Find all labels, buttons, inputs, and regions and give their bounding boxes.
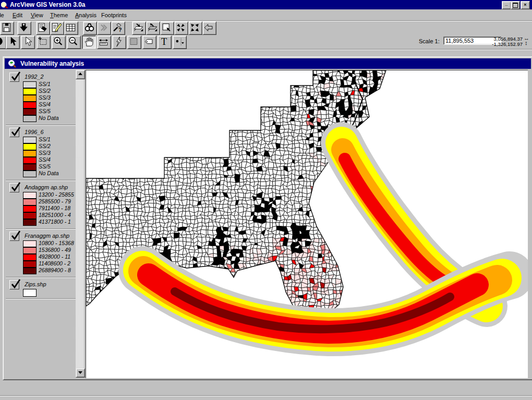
svg-text:T: T — [161, 37, 167, 47]
edit-legend-button[interactable] — [50, 21, 64, 35]
legend-class-label: No Data — [39, 170, 75, 176]
legend-theme-zips-shp[interactable]: Zips.shp — [6, 277, 76, 299]
legend-class-row: 1536800 - 49 — [6, 247, 76, 253]
add-theme-icon — [18, 22, 30, 33]
zoom-box-button[interactable] — [37, 35, 51, 49]
zoom-full-extent-button[interactable] — [132, 21, 146, 35]
theme-name: 1996_6 — [25, 128, 76, 136]
query-builder-button[interactable] — [97, 21, 111, 35]
maximize-button[interactable] — [511, 1, 520, 9]
legend-theme-andaggm-ap-shp[interactable]: Andaggm ap.shp13200 - 258552585500 - 797… — [6, 180, 76, 229]
legend-class-row: No Data — [6, 170, 76, 177]
theme-name: Zips.shp — [25, 280, 76, 288]
zoom-active-theme-icon — [147, 22, 159, 33]
open-theme-table-icon — [65, 22, 77, 33]
zoom-active-theme-button[interactable] — [146, 21, 160, 35]
theme-name: 1992_2 — [25, 72, 76, 81]
menu-edit[interactable]: Edit — [11, 11, 23, 19]
find-button[interactable] — [83, 21, 97, 35]
legend-class-row: SS/4 — [6, 101, 76, 108]
legend-class-label: 1536800 - 49 — [39, 247, 75, 253]
legend-class-row: SS/3 — [6, 94, 76, 101]
legend-class-label: 2585500 - 79 — [39, 198, 75, 204]
add-theme-button[interactable] — [17, 21, 31, 35]
pointer-button[interactable] — [6, 35, 20, 49]
hotlink-button[interactable] — [112, 35, 126, 49]
identify-icon: i — [0, 36, 5, 47]
legend-class-label: SS/4 — [39, 101, 75, 107]
scroll-up-button[interactable] — [76, 70, 85, 79]
toc-scrollbar[interactable] — [76, 70, 84, 378]
hotlink-icon — [113, 36, 125, 47]
legend-class-label: 11408600 - 2 — [39, 260, 75, 266]
zoom-in-button[interactable] — [174, 21, 188, 35]
help-hammer-button[interactable]: ? — [111, 21, 125, 35]
app-title-bar[interactable]: ArcView GIS Version 3.0a _× — [0, 0, 532, 9]
checkmark-icon — [10, 278, 21, 289]
menu-analysis[interactable]: Analysis — [74, 11, 98, 19]
point-tool-button[interactable] — [173, 35, 187, 49]
legend-class-label: 18251000 - 4 — [39, 212, 75, 218]
menu-bar: FileEditViewThemeAnalysisFootprints — [0, 9, 532, 21]
legend-theme-franaggm-ap-shp[interactable]: Franaggm ap.shp10800 - 153681536800 - 49… — [6, 229, 76, 277]
menu-footprints[interactable]: Footprints — [100, 11, 128, 19]
legend-class-row: 7911400 - 18 — [6, 205, 76, 212]
zoom-selected-button[interactable] — [160, 21, 174, 35]
zoom-full-extent-icon — [132, 22, 144, 33]
toolbar-tools: Scale 1: 3,056,894.37 -1,326,152.97 ↔ ↕ … — [0, 35, 532, 50]
pan-icon — [82, 36, 94, 47]
menu-view[interactable]: View — [30, 11, 44, 19]
label-button[interactable] — [142, 35, 156, 49]
legend-swatch — [23, 219, 37, 226]
table-of-contents[interactable]: 1992_2SS/1SS/2SS/3SS/4SS/5No Data1996_6S… — [6, 70, 76, 378]
save-project-button[interactable] — [0, 21, 14, 35]
vertex-edit-button[interactable] — [21, 35, 35, 49]
scale-label: Scale 1: — [419, 38, 440, 44]
text-tool-button[interactable]: T — [158, 35, 172, 49]
legend-class-label: SS/2 — [39, 88, 75, 94]
coordinate-readout: 3,056,894.37 -1,326,152.97 — [480, 37, 523, 47]
zoom-box-icon — [37, 36, 49, 47]
measure-button[interactable] — [97, 35, 111, 49]
zoom-previous-icon — [203, 22, 215, 33]
legend-class-label: 7911400 - 18 — [39, 205, 75, 211]
legend-class-label: SS/3 — [39, 150, 75, 156]
legend-theme-1996-6[interactable]: 1996_6SS/1SS/2SS/3SS/4SS/5No Data — [6, 125, 76, 180]
legend-class-row: SS/4 — [6, 156, 76, 163]
legend-class-row: 2585500 - 79 — [6, 198, 76, 205]
legend-class-label: SS/4 — [39, 156, 75, 163]
legend-class-row: SS/2 — [6, 88, 76, 94]
open-theme-table-button[interactable] — [64, 21, 78, 35]
minimize-button[interactable]: _ — [502, 1, 511, 9]
up-arrow-icon — [78, 72, 82, 75]
maximize-icon — [513, 3, 518, 8]
toolbar-main: ? — [0, 20, 532, 35]
zoom-in-tool-button[interactable] — [52, 35, 66, 49]
scroll-down-button[interactable] — [76, 368, 85, 378]
zoom-out-tool-icon — [67, 36, 79, 47]
menu-theme[interactable]: Theme — [49, 11, 69, 19]
menu-file[interactable]: File — [0, 11, 5, 19]
taskbar-edge — [0, 396, 532, 400]
zoom-out-tool-button[interactable] — [67, 35, 81, 49]
theme-properties-button[interactable] — [36, 21, 50, 35]
view-document-icon — [8, 59, 17, 68]
legend-theme-1992-2[interactable]: 1992_2SS/1SS/2SS/3SS/4SS/5No Data — [6, 70, 76, 125]
legend-class-label: 4928000 - 11 — [39, 253, 75, 260]
zoom-out-button[interactable] — [188, 21, 202, 35]
legend-class-row: SS/5 — [6, 108, 76, 115]
help-hammer-icon: ? — [112, 22, 124, 33]
zoom-previous-button[interactable] — [202, 21, 216, 35]
svg-text:?: ? — [118, 27, 122, 33]
legend-class-row: 18251000 - 4 — [6, 212, 76, 219]
map-display[interactable] — [86, 70, 528, 378]
close-button[interactable]: × — [521, 1, 530, 9]
select-graphics-button[interactable] — [127, 35, 141, 49]
vertical-extent-icon: ↕ — [525, 40, 528, 46]
document-title-bar[interactable]: Vulnerability analysis — [5, 58, 531, 69]
document-window: Vulnerability analysis 1992_2SS/1SS/2SS/… — [3, 56, 532, 380]
pan-button[interactable] — [82, 35, 96, 49]
legend-class-row: SS/2 — [6, 143, 76, 150]
document-title: Vulnerability analysis — [20, 58, 84, 69]
checkmark-icon — [10, 126, 21, 137]
